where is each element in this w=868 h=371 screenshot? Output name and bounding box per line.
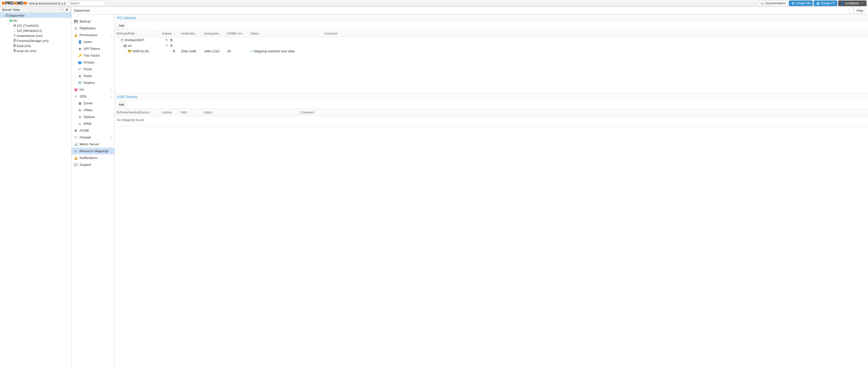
col-path[interactable]: Path [179,109,202,116]
collapse-icon: ▾ [1,14,4,17]
monitor-icon: 🖥 [791,1,795,5]
usb-panel-title: USB Devices [115,93,868,100]
elbow-icon: └ [120,44,123,47]
menu-groups[interactable]: 👥Groups [71,59,114,66]
monitor-icon: 🖥 [12,24,17,27]
col-actions[interactable]: Actions [160,30,179,37]
menu-ipam[interactable]: ⧈IPAM [71,120,114,127]
tree-node-102[interactable]: 🖵 102 (Windows11) [0,28,71,33]
menu-users[interactable]: 👤Users [71,38,114,45]
pci-add-button[interactable]: Add [116,23,127,29]
trash-icon[interactable]: 🗑 [170,38,173,42]
menu-backup[interactable]: 💾Backup [71,18,114,25]
usb-grid-header: ID/Node/Vendor&Device↑ Actions Path Stat… [115,109,868,116]
collapse-icon: ▾ [5,19,8,22]
col-actions[interactable]: Actions [160,109,179,116]
retweet-icon: ⇄ [74,27,78,30]
cert-icon: ✺ [74,129,78,132]
node-icon: ▣ [8,19,12,22]
menu-options[interactable]: ⚙Options [71,114,114,120]
view-selector[interactable]: Server View ▾ [0,8,64,11]
col-iommu[interactable]: IOMMU-Gr… [225,30,248,37]
bell-icon: 🔔 [74,156,78,160]
tag-icon: 🏷 [78,67,82,71]
cube-icon: ▣ [816,1,819,5]
trash-icon[interactable]: 🗑 [173,49,176,53]
edit-icon[interactable]: ✎ [165,44,168,47]
settings-button[interactable]: ⚙ [64,7,70,13]
menu-zones[interactable]: ▦Zones [71,100,114,106]
pci-row-device[interactable]: └ 💳 0000:0c:00 🗑 10de:1b06 196e:1210 29 [115,48,868,54]
book-icon: 📖 [761,1,764,5]
menu-firewall[interactable]: 🛡Firewall▸ [71,134,114,141]
pci-card-icon: 💳 [128,49,132,53]
heartbeat-icon: 💓 [74,88,78,92]
col-vendor[interactable]: Vendor/De… [179,30,202,37]
menu-replication[interactable]: ⇄Replication [71,25,114,32]
col-subsystem[interactable]: Subsystem… [202,30,225,37]
elbow-icon: └ [124,50,127,53]
menu-resource-mappings[interactable]: 🗀Resource Mappings [71,148,114,154]
col-comment[interactable]: Comment [322,30,868,37]
save-icon: 💾 [74,20,78,23]
scroll-up-icon[interactable]: ︿ [71,14,114,18]
tree-node-localnetwork[interactable]: ⠿ localnetwork (vm) [0,33,71,38]
menu-two-factor[interactable]: 🔑Two Factor [71,52,114,59]
create-ct-button[interactable]: ▣ Create CT [814,1,837,6]
menu-support[interactable]: 💬Support [71,161,114,168]
cell-iommu: 29 [225,49,248,53]
menu-acme[interactable]: ✺ACME [71,127,114,134]
unlock-icon: 🔓 [74,33,78,37]
col-id[interactable]: ID/Node/Vendor&Device↑ [115,109,160,116]
menu-metric-server[interactable]: 📊Metric Server [71,141,114,148]
storage-icon: 🗄 [12,44,17,48]
tree-node-local[interactable]: 🗄 local (vm) [0,43,71,48]
col-status[interactable]: Status [248,30,322,37]
menu-vnets[interactable]: ⁂VNets [71,106,114,114]
menu-realms[interactable]: 🪪Realms [71,80,114,86]
edit-icon[interactable]: ✎ [165,38,168,42]
col-status[interactable]: Status [202,109,299,116]
menu-ha[interactable]: 💓HA▸ [71,86,114,93]
chevron-right-icon: ▸ [111,136,112,139]
search-input[interactable] [68,1,104,6]
create-vm-button[interactable]: 🖥 Create VM [789,1,813,6]
menu-pools[interactable]: 🏷Pools [71,66,114,72]
cell-subsystem: 196e:1210 [202,49,225,53]
col-id[interactable]: ID/Node/Path↑ [115,30,160,37]
scroll-down-icon[interactable]: ﹀ [71,168,114,172]
usb-add-button[interactable]: Add [116,102,127,108]
monitor-icon: 🖵 [12,29,17,32]
shield-icon: 🛡 [74,136,78,139]
tree-node-localzfs[interactable]: 🗄 local-zfs (vm) [0,48,71,53]
pci-row-node[interactable]: └ ▤ vm ✎ 🗑 [115,43,868,48]
resource-tree: ▾ ☰ Datacenter ▾ ▣ vm 🖥 101 (TrueNAS) 🖵 … [0,13,71,371]
app-logo: ✖ PRO ✖ MO ✖ [1,1,27,6]
menu-sdn[interactable]: ⚛SDN▾ [71,93,114,100]
breadcrumb: Datacenter [74,9,90,12]
trash-icon[interactable]: 🗑 [170,44,173,47]
menu-permissions[interactable]: 🔓Permissions▾ [71,32,114,38]
col-comment[interactable]: Comment [299,109,868,116]
menu-notifications[interactable]: 🔔Notifications [71,154,114,161]
chevron-down-icon: ▾ [111,95,112,98]
folder-icon: 🗀 [74,149,78,153]
config-menu: ︿ 💾Backup ⇄Replication 🔓Permissions▾ 👤Us… [71,14,115,371]
chevron-down-icon: ▾ [111,34,112,36]
documentation-button[interactable]: 📖 Documentation [758,1,788,6]
tree-node-vm[interactable]: ▾ ▣ vm [0,18,71,23]
menu-roles[interactable]: ♟Roles [71,72,114,80]
help-icon: ❔ [851,9,856,12]
help-button[interactable]: ❔ Help [849,8,866,13]
map-icon: ⧈ [78,122,82,126]
tree-node-datacenter[interactable]: ▾ ☰ Datacenter [0,13,71,18]
sort-asc-icon: ↑ [150,111,152,114]
app-subtitle: Virtual Environment 8.1.4 [29,1,65,5]
pci-row-mapping[interactable]: └ 🗀 NVidia1080Ti ✎ 🗑 [115,37,868,43]
user-menu-button[interactable]: 👤 root@pam ▾ [838,1,867,6]
tree-node-101[interactable]: 🖥 101 (TrueNAS) [0,23,71,28]
menu-api-tokens[interactable]: ◉API Tokens [71,45,114,52]
tree-node-proxmoxstorage[interactable]: 🗄 ProxmoxStorage (vm) [0,38,71,43]
gear-icon: ⚙ [65,8,68,11]
server-icon: ☰ [4,13,8,17]
